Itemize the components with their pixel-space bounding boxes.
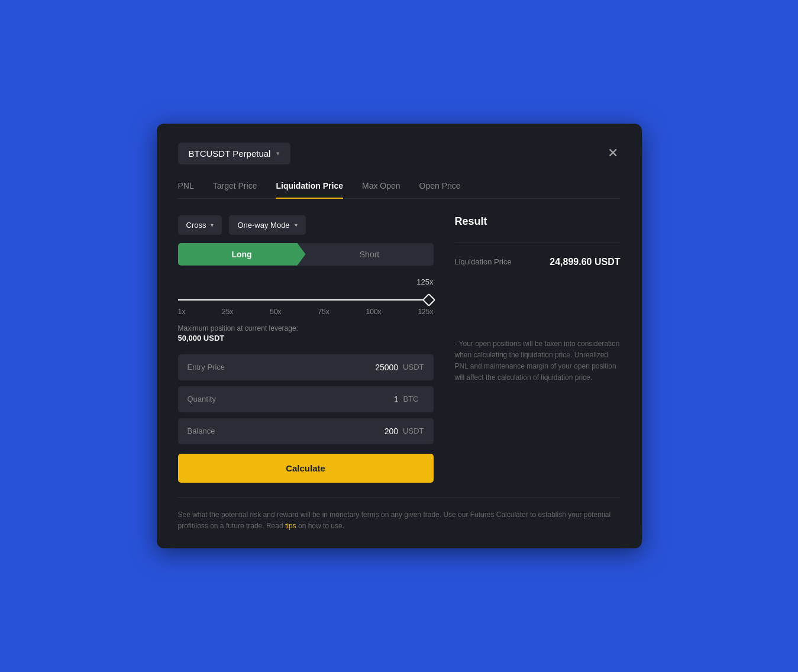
- entry-price-input-area: USDT: [351, 363, 424, 372]
- tab-target-price[interactable]: Target Price: [213, 181, 257, 199]
- content-area: Cross ▾ One-way Mode ▾ Long Short: [178, 215, 621, 483]
- leverage-mark-125x: 125x: [418, 308, 433, 316]
- leverage-mark-75x: 75x: [318, 308, 329, 316]
- balance-input[interactable]: [351, 427, 398, 436]
- calculate-button[interactable]: Calculate: [178, 454, 434, 483]
- liquidation-price-result-label: Liquidation Price: [455, 257, 512, 266]
- tips-link[interactable]: tips: [285, 522, 296, 530]
- tab-open-price[interactable]: Open Price: [419, 181, 461, 199]
- pair-label: BTCUSDT Perpetual: [189, 148, 271, 159]
- cross-chevron-icon: ▾: [211, 222, 214, 228]
- mode-chevron-icon: ▾: [295, 222, 298, 228]
- footer-note: See what the potential risk and reward w…: [178, 497, 621, 532]
- liquidation-price-result-value: 24,899.60 USDT: [550, 257, 620, 267]
- balance-field: Balance USDT: [178, 418, 434, 444]
- modal: BTCUSDT Perpetual ▾ ✕ PNL Target Price L…: [157, 124, 642, 548]
- quantity-input-area: BTC: [351, 395, 424, 404]
- entry-price-label: Entry Price: [188, 363, 225, 371]
- tab-pnl[interactable]: PNL: [178, 181, 194, 199]
- close-icon: ✕: [608, 146, 618, 160]
- leverage-mark-50x: 50x: [270, 308, 281, 316]
- entry-price-field: Entry Price USDT: [178, 354, 434, 380]
- max-position-label: Maximum position at current leverage: 50…: [178, 324, 434, 343]
- close-button[interactable]: ✕: [605, 144, 621, 162]
- balance-label: Balance: [188, 427, 215, 435]
- long-short-selector: Long Short: [178, 243, 434, 266]
- leverage-section: 125x 1x 25x 50x 75x 100x 125x Maximum po…: [178, 277, 434, 343]
- balance-unit: USDT: [403, 427, 424, 435]
- long-button[interactable]: Long: [178, 243, 306, 266]
- controls-row: Cross ▾ One-way Mode ▾: [178, 215, 434, 235]
- result-row: Liquidation Price 24,899.60 USDT: [455, 257, 621, 267]
- leverage-label: 125x: [178, 277, 434, 286]
- balance-input-area: USDT: [351, 427, 424, 436]
- mode-dropdown[interactable]: One-way Mode ▾: [229, 215, 305, 235]
- tab-max-open[interactable]: Max Open: [362, 181, 400, 199]
- leverage-mark-25x: 25x: [222, 308, 233, 316]
- pair-selector[interactable]: BTCUSDT Perpetual ▾: [178, 143, 291, 164]
- quantity-label: Quantity: [188, 395, 216, 403]
- tab-bar: PNL Target Price Liquidation Price Max O…: [178, 181, 621, 199]
- short-button[interactable]: Short: [306, 243, 434, 266]
- right-panel: Result Liquidation Price 24,899.60 USDT …: [455, 215, 621, 483]
- cross-dropdown[interactable]: Cross ▾: [178, 215, 222, 235]
- tab-liquidation-price[interactable]: Liquidation Price: [276, 181, 343, 199]
- mode-label: One-way Mode: [237, 221, 289, 230]
- result-note: - Your open positions will be taken into…: [455, 338, 621, 384]
- left-panel: Cross ▾ One-way Mode ▾ Long Short: [178, 215, 434, 483]
- chevron-down-icon: ▾: [276, 150, 280, 157]
- result-title: Result: [455, 215, 621, 228]
- modal-header: BTCUSDT Perpetual ▾ ✕: [178, 143, 621, 164]
- entry-price-input[interactable]: [351, 363, 398, 372]
- leverage-slider[interactable]: [178, 299, 434, 301]
- quantity-input[interactable]: [351, 395, 399, 404]
- result-divider: [455, 242, 621, 243]
- cross-label: Cross: [186, 221, 206, 230]
- leverage-mark-100x: 100x: [366, 308, 382, 316]
- entry-price-unit: USDT: [403, 363, 424, 371]
- quantity-unit: BTC: [403, 395, 424, 403]
- max-position-value: 50,000 USDT: [178, 334, 434, 343]
- leverage-mark-1x: 1x: [178, 308, 186, 316]
- quantity-field: Quantity BTC: [178, 386, 434, 412]
